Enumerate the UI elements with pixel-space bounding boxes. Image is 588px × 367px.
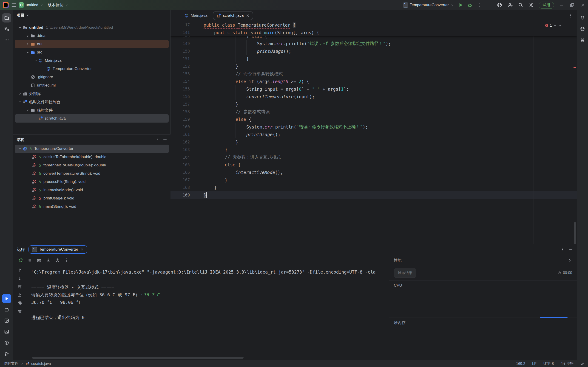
- chevron-up-icon[interactable]: [553, 24, 557, 27]
- search-everywhere-icon[interactable]: [518, 2, 523, 8]
- structure-item[interactable]: mprocessFile(String): void: [15, 178, 169, 186]
- tool-rail-database-icon[interactable]: [578, 35, 587, 44]
- hide-panel-icon[interactable]: [163, 137, 167, 142]
- show-results-button[interactable]: 显示结果: [394, 268, 416, 277]
- write-access-icon[interactable]: [581, 362, 584, 366]
- structure-item[interactable]: minteractiveMode(): void: [15, 186, 169, 194]
- chevron-down-icon[interactable]: [18, 100, 22, 104]
- chevron-down-icon[interactable]: [18, 26, 22, 29]
- restore-layout-icon[interactable]: [46, 258, 51, 263]
- public-lock-icon: [38, 155, 42, 159]
- tree-item-temperatureconverter[interactable]: CTemperatureConverter: [15, 65, 169, 73]
- tool-rail-ai-assistant-icon[interactable]: [578, 24, 587, 33]
- window-close-button[interactable]: [577, 0, 588, 10]
- chevron-down-icon[interactable]: [26, 13, 29, 17]
- left-tool-rail: [0, 10, 13, 360]
- chevron-down-icon[interactable]: [558, 24, 562, 27]
- trial-badge[interactable]: 试用: [539, 2, 554, 9]
- structure-item[interactable]: mmain(String[]): void: [15, 202, 169, 211]
- class-run-icon: C: [46, 67, 51, 71]
- vcs-widget[interactable]: 版本控制: [46, 1, 71, 9]
- tree-item-out[interactable]: out: [15, 40, 169, 48]
- chevron-right-icon[interactable]: [568, 258, 572, 263]
- print-icon[interactable]: [17, 301, 22, 306]
- structure-item[interactable]: mprintUsage(): void: [15, 194, 169, 202]
- window-restore-button[interactable]: [567, 0, 577, 10]
- window-minimize-button[interactable]: [556, 0, 567, 10]
- main-menu-icon[interactable]: [11, 2, 17, 8]
- console-horizontal-scrollbar[interactable]: [32, 357, 243, 359]
- editor-tab-scratch-java[interactable]: scratch.java: [213, 11, 253, 20]
- chevron-down-icon[interactable]: [26, 50, 30, 54]
- tool-rail-more-tools-icon[interactable]: [2, 35, 11, 44]
- breadcrumb-root[interactable]: 临时文件: [4, 361, 18, 366]
- indent-setting[interactable]: 4个空格: [561, 361, 574, 366]
- breadcrumb-file[interactable]: scratch.java: [31, 362, 51, 366]
- chevron-right-icon[interactable]: [26, 34, 30, 38]
- tool-rail-services-icon[interactable]: [2, 316, 11, 325]
- chevron-right-icon[interactable]: [26, 42, 30, 46]
- run-button[interactable]: [458, 2, 463, 8]
- error-stripe-mark[interactable]: [573, 67, 576, 68]
- tool-rail-run-icon[interactable]: [2, 294, 11, 303]
- soft-wrap-icon[interactable]: [17, 284, 22, 289]
- next-occurrence-icon[interactable]: [17, 276, 22, 281]
- chevron-down-icon[interactable]: [26, 108, 30, 112]
- prev-occurrence-icon[interactable]: [17, 268, 22, 272]
- project-widget[interactable]: U untitled: [17, 1, 46, 9]
- run-config-selector[interactable]: TemperatureConverter: [401, 1, 456, 9]
- structure-item[interactable]: mcelsiusToFahrenheit(double): double: [15, 153, 169, 161]
- tree-item--[interactable]: 临时文件和控制台: [15, 98, 169, 106]
- code-with-me-icon[interactable]: [507, 2, 513, 8]
- tool-rail-structure-icon[interactable]: [2, 24, 11, 33]
- thread-dump-icon[interactable]: [37, 258, 41, 263]
- tool-rail-build-icon[interactable]: [2, 305, 11, 314]
- tool-rail-project-icon[interactable]: [2, 13, 11, 23]
- tree-item-scratch.java[interactable]: scratch.java: [15, 114, 169, 123]
- caret-position[interactable]: 169:2: [516, 362, 525, 366]
- structure-item[interactable]: CTemperatureConverter: [15, 145, 169, 153]
- tree-item-src[interactable]: src: [15, 48, 169, 57]
- rerun-icon[interactable]: [18, 258, 23, 263]
- line-ending[interactable]: LF: [532, 362, 536, 366]
- more-options-icon[interactable]: [560, 247, 565, 252]
- tool-rail-terminal-icon[interactable]: [2, 327, 11, 336]
- close-icon[interactable]: [80, 248, 84, 251]
- ai-assistant-icon[interactable]: [497, 2, 502, 8]
- tree-item--[interactable]: 外部库: [15, 90, 169, 98]
- structure-item[interactable]: mconvertTemperature(String): void: [15, 169, 169, 178]
- debug-button[interactable]: [467, 2, 473, 8]
- tree-item-untitled.iml[interactable]: untitled.iml: [15, 81, 169, 90]
- run-tool-window: 运行 TemperatureConverter "C:\Program File…: [13, 244, 577, 360]
- tree-item--[interactable]: 临时文件: [15, 106, 169, 114]
- scroll-to-end-icon[interactable]: [17, 293, 22, 297]
- editor-vertical-scrollbar[interactable]: [574, 222, 576, 244]
- console-output[interactable]: "C:\Program Files\Java\jdk-17\bin\java.e…: [26, 266, 389, 360]
- chevron-down-icon[interactable]: [18, 147, 22, 150]
- more-options-icon[interactable]: [155, 137, 159, 142]
- hide-panel-icon[interactable]: [569, 247, 573, 252]
- code-viewport[interactable]: 17public class TemperatureConverter {141…: [171, 21, 577, 244]
- tree-item-main.java[interactable]: CMain.java: [15, 57, 169, 65]
- run-tab[interactable]: TemperatureConverter: [28, 245, 87, 254]
- tool-rail-version-control-icon[interactable]: [2, 349, 11, 358]
- inspections-widget[interactable]: 1: [545, 23, 562, 27]
- settings-gear-icon[interactable]: [528, 2, 534, 8]
- structure-item[interactable]: mfahrenheitToCelsius(double): double: [15, 161, 169, 169]
- chevron-right-icon[interactable]: [18, 92, 22, 95]
- tool-rail-problems-icon[interactable]: [2, 338, 11, 347]
- close-icon[interactable]: [246, 14, 250, 17]
- clear-all-icon[interactable]: [17, 309, 22, 314]
- editor-tab-main-java[interactable]: CMain.java: [181, 11, 211, 20]
- tab-options-icon[interactable]: [568, 13, 573, 18]
- more-icon[interactable]: [64, 258, 69, 263]
- file-encoding[interactable]: UTF-8: [544, 362, 554, 366]
- stop-icon[interactable]: [27, 258, 32, 263]
- chevron-down-icon[interactable]: [34, 59, 37, 62]
- more-actions-icon[interactable]: [477, 3, 481, 7]
- tree-item-.idea[interactable]: .idea: [15, 32, 169, 40]
- history-icon[interactable]: [55, 258, 60, 263]
- tool-rail-notifications-icon[interactable]: [578, 13, 587, 23]
- tree-item-untitled[interactable]: untitledC:\Users\MrWang\IdeaProjects\unt…: [15, 23, 169, 32]
- tree-item-.gitignore[interactable]: .gitignore: [15, 73, 169, 81]
